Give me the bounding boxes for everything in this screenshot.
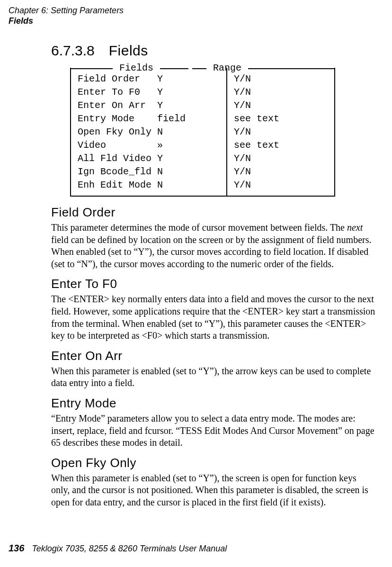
manual-title: Teklogix 7035, 8255 & 8260 Terminals Use… — [32, 544, 227, 553]
paragraph: This parameter determines the mode of cu… — [51, 222, 377, 270]
text: field can be defined by location on the … — [51, 234, 371, 269]
diagram-col-fields: Field Order Y Enter To F0 Y Enter On Arr… — [71, 68, 227, 196]
page-number: 136 — [9, 543, 24, 553]
fields-diagram: Fields Range Field Order Y Enter To F0 Y… — [70, 63, 335, 197]
section-title: Fields — [109, 43, 148, 58]
section-heading: 6.7.3.8Fields — [51, 43, 383, 59]
paragraph: “Entry Mode” parameters allow you to sel… — [51, 413, 377, 449]
subheading-entry-mode: Entry Mode — [51, 396, 383, 411]
section-number: 6.7.3.8 — [51, 43, 95, 58]
subheading-open-fky-only: Open Fky Only — [51, 456, 383, 470]
subheading-enter-to-f0: Enter To F0 — [51, 277, 383, 291]
subheading-enter-on-arr: Enter On Arr — [51, 349, 383, 363]
diagram-box: Field Order Y Enter To F0 Y Enter On Arr… — [70, 68, 335, 197]
emphasis: next — [347, 222, 363, 233]
running-footer: 136Teklogix 7035, 8255 & 8260 Terminals … — [9, 543, 227, 554]
header-topic: Fields — [9, 16, 124, 27]
paragraph: The <ENTER> key normally enters data int… — [51, 293, 377, 342]
diagram-col-range: Y/N Y/N Y/N see text Y/N see text Y/N Y/… — [227, 68, 286, 196]
paragraph: When this parameter is enabled (set to “… — [51, 365, 377, 389]
text: This parameter determines the mode of cu… — [51, 222, 347, 233]
page: Chapter 6: Setting Parameters Fields 6.7… — [0, 0, 392, 567]
subheading-field-order: Field Order — [51, 205, 383, 220]
header-chapter: Chapter 6: Setting Parameters — [9, 6, 124, 16]
paragraph: When this parameter is enabled (set to “… — [51, 472, 377, 509]
content-area: 6.7.3.8Fields Fields Range Field Order Y… — [51, 43, 383, 513]
running-header: Chapter 6: Setting Parameters Fields — [9, 6, 124, 26]
